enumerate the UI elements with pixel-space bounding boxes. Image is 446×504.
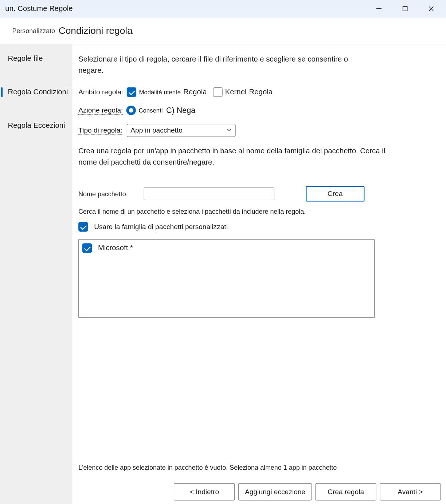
create-button[interactable]: Crea	[306, 186, 364, 202]
rule-type-label: Tipo di regola:	[78, 126, 122, 135]
status-note: L'elenco delle app selezionate in pacche…	[78, 464, 337, 471]
next-button-label: Avanti >	[398, 488, 423, 496]
intro-text: Selezionare il tipo di regola, cercare i…	[78, 54, 375, 76]
sidebar-item-rule-exceptions[interactable]: Regola Eccezioni	[0, 114, 72, 138]
custom-family-checkbox[interactable]	[78, 222, 88, 232]
usermode-checkbox[interactable]	[127, 87, 136, 97]
rule-scope-label: Ambito regola:	[78, 88, 123, 96]
minimize-icon	[376, 5, 382, 12]
package-listbox[interactable]: Microsoft.*	[78, 239, 375, 318]
titlebar: un. Costume Regole	[0, 0, 446, 17]
deny-label: C) Nega	[166, 106, 195, 115]
sidebar: Regole file Regola Condizioni Regola Ecc…	[0, 44, 72, 504]
close-icon	[428, 5, 434, 12]
window-title: un. Costume Regole	[5, 4, 73, 13]
maximize-button[interactable]	[392, 0, 418, 17]
back-button[interactable]: < Indietro	[174, 483, 235, 501]
custom-family-row: Usare la famiglia di pacchetti personali…	[78, 222, 435, 232]
rule-type-row: Tipo di regola: App in pacchetto	[78, 124, 435, 137]
kernel-label: Kernel	[225, 88, 247, 97]
list-item-label: Microsoft.*	[98, 244, 133, 252]
sidebar-item-file-rules[interactable]: Regole file	[0, 47, 72, 71]
usermode-small-label: Modalità utente	[139, 88, 181, 95]
package-name-label: Nome pacchetto:	[78, 190, 135, 197]
usermode-after-label: Regola	[183, 88, 207, 97]
rule-action-row: Azione regola: Consenti C) Nega	[78, 106, 435, 115]
package-row: Nome pacchetto: Crea	[78, 186, 435, 202]
create-rule-button[interactable]: Crea regola	[315, 483, 376, 501]
rule-scope-row: Ambito regola: Modalità utente Regola Ke…	[78, 87, 435, 97]
kernel-after-label: Regola	[249, 88, 273, 97]
page-header: Personalizzato Condizioni regola	[0, 17, 446, 44]
allow-label: Consenti	[138, 107, 163, 114]
sidebar-item-rule-conditions[interactable]: Regola Condizioni	[0, 80, 72, 105]
sidebar-item-label: Regole file	[8, 54, 43, 63]
maximize-icon	[402, 5, 408, 12]
search-hint: Cerca il nome di un pacchetto e selezion…	[78, 208, 435, 215]
package-name-input[interactable]	[144, 187, 274, 200]
rule-type-value: App in pacchetto	[130, 126, 182, 134]
minimize-button[interactable]	[366, 0, 392, 17]
create-rule-label: Crea regola	[328, 488, 364, 496]
custom-family-label: Usare la famiglia di pacchetti personali…	[94, 223, 228, 231]
list-item[interactable]: Microsoft.*	[82, 243, 371, 253]
rule-action-label: Azione regola:	[78, 106, 123, 115]
chevron-down-icon	[226, 126, 231, 134]
allow-radio[interactable]	[126, 106, 136, 115]
page-title: Condizioni regola	[59, 25, 133, 36]
rule-type-description: Crea una regola per un'app in pacchetto …	[78, 146, 392, 168]
list-item-checkbox[interactable]	[82, 243, 92, 253]
sidebar-item-label: Regola Condizioni	[8, 88, 68, 96]
create-button-label: Crea	[328, 190, 343, 197]
add-exception-label: Aggiungi eccezione	[245, 488, 305, 496]
add-exception-button[interactable]: Aggiungi eccezione	[238, 483, 312, 501]
svg-rect-1	[403, 6, 407, 11]
sidebar-item-label: Regola Eccezioni	[8, 121, 65, 130]
footer-buttons: < Indietro Aggiungi eccezione Crea regol…	[174, 483, 441, 501]
next-button[interactable]: Avanti >	[380, 483, 441, 501]
back-button-label: < Indietro	[190, 488, 219, 496]
main-content: Selezionare il tipo di regola, cercare i…	[72, 44, 446, 504]
close-button[interactable]	[418, 0, 444, 17]
breadcrumb: Personalizzato	[12, 27, 55, 34]
rule-type-dropdown[interactable]: App in pacchetto	[127, 124, 236, 137]
kernel-checkbox[interactable]	[213, 87, 222, 97]
